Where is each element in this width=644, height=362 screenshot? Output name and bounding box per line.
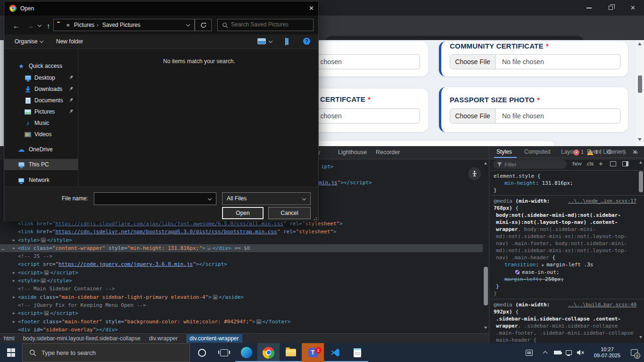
battery-icon[interactable] — [552, 343, 563, 362]
rendering-icon[interactable] — [610, 161, 616, 166]
file-type-select[interactable]: All Files — [222, 192, 311, 205]
sidebar-item-documents[interactable]: Documents — [4, 95, 78, 106]
styles-filter[interactable] — [493, 160, 567, 169]
file-name-field[interactable] — [94, 192, 216, 205]
volume-muted-icon[interactable] — [574, 343, 586, 362]
scroll-up-icon[interactable] — [638, 42, 642, 45]
breadcrumb-root-icon[interactable]: « — [66, 22, 70, 28]
sidebar-item-desktop[interactable]: Desktop — [4, 72, 78, 83]
scrollbar-thumb[interactable] — [639, 171, 643, 192]
tree-row[interactable]: <!-- jQuery Fix for Keeping Menu Open --… — [0, 301, 483, 309]
row-menu-icon[interactable]: … — [1, 244, 5, 252]
vscode-button[interactable] — [324, 343, 346, 362]
tab-computed[interactable]: Computed — [524, 148, 550, 155]
notification-center-button[interactable]: 2 — [627, 343, 641, 362]
sidebar-item-videos[interactable]: Videos — [4, 129, 78, 140]
address-dropdown-icon[interactable] — [186, 23, 190, 26]
scroll-down-icon[interactable] — [639, 336, 642, 338]
tab-lighthouse[interactable]: Lighthouse — [338, 149, 367, 156]
hov-toggle[interactable]: :hov — [571, 161, 582, 166]
new-folder-button[interactable]: New folder — [56, 38, 83, 45]
tab-recorder[interactable]: Recorder — [376, 149, 400, 156]
organise-button[interactable]: Organise — [15, 38, 38, 45]
tree-row[interactable]: <link href="https://cdn.jsdelivr.net/npm… — [0, 228, 483, 236]
window-close-icon[interactable]: ✕ — [630, 5, 636, 11]
forward-icon[interactable]: → — [27, 22, 34, 30]
panel-splitter[interactable] — [489, 146, 489, 343]
tree-row[interactable]: ▶<script>…</script> — [0, 269, 483, 277]
minimize-icon[interactable] — [586, 5, 592, 8]
file-name-dropdown-icon[interactable] — [208, 197, 212, 200]
breadcrumb-html[interactable]: html — [4, 335, 15, 342]
tree-row[interactable]: ▶<script>…</script> — [0, 309, 483, 317]
breadcrumb-saved-pictures[interactable]: Saved Pictures — [102, 22, 140, 28]
accessibility-person-icon[interactable] — [468, 167, 481, 180]
notepad-button[interactable] — [346, 343, 368, 362]
sidebar-item-quick-access[interactable]: ★ Quick access — [4, 60, 78, 72]
back-icon[interactable]: ← — [13, 22, 20, 30]
tree-row[interactable]: ▶<style>…</style> — [0, 236, 483, 244]
styles-filter-input[interactable] — [504, 162, 556, 167]
breadcrumb-body[interactable]: body.sidebar-mini.layout-fixed.sidebar-c… — [23, 335, 140, 342]
sidebar-layout-icon[interactable] — [622, 161, 628, 166]
sidebar-item-music[interactable]: ♪ Music — [4, 117, 78, 129]
dialog-titlebar[interactable]: Open ✕ — [4, 1, 318, 16]
community-file-input[interactable]: Choose File No file chosen — [450, 54, 620, 69]
cortana-button[interactable] — [191, 343, 213, 362]
clock[interactable]: 10:27 09-07-2025 — [588, 343, 626, 362]
media-768-rule[interactable]: ..\..\node_…ion.scss:17 @media (min-widt… — [490, 196, 644, 299]
resize-grip[interactable] — [312, 215, 317, 220]
media-992-rule[interactable]: ..\..\build…bar.scss:40 @media (min-widt… — [490, 299, 644, 343]
tree-row[interactable]: <div id="sidebar-overlay"></div> — [0, 326, 483, 333]
tree-row[interactable]: <!-- Main Sidebar Container --> — [0, 285, 483, 293]
breadcrumb-wrapper[interactable]: div.wrapper — [149, 335, 178, 342]
tray-expand-icon[interactable] — [540, 343, 550, 362]
elements-scrollbar[interactable] — [483, 159, 489, 333]
taskbar-search[interactable] — [22, 343, 190, 362]
tree-row-selected[interactable]: …▶<div class="content-wrapper" style="mi… — [0, 244, 483, 252]
passport-file-input[interactable]: Choose File No file chosen — [450, 108, 620, 123]
taskbar-search-input[interactable] — [41, 349, 159, 356]
refresh-button[interactable] — [195, 19, 212, 31]
scrollbar-thumb[interactable] — [484, 267, 488, 305]
tab-event-listeners[interactable]: Event Listeners — [587, 148, 626, 155]
address-breadcrumb-box[interactable]: « Pictures › Saved Pictures — [53, 19, 195, 31]
file-name-input[interactable] — [97, 195, 205, 201]
tab-layout[interactable]: Layout — [561, 148, 578, 155]
restore-icon[interactable] — [609, 5, 613, 10]
styles-scrollbar[interactable] — [638, 158, 644, 343]
tree-row[interactable]: <!-- JS --> — [0, 252, 483, 260]
views-dropdown-icon[interactable] — [269, 39, 272, 43]
choose-file-button[interactable]: Choose File — [450, 109, 495, 123]
choose-file-button[interactable]: Choose File — [450, 55, 495, 69]
open-button[interactable]: Open — [222, 207, 264, 219]
tree-row[interactable]: ▶<aside class="main-sidebar sidebar-ligh… — [0, 293, 483, 301]
page-scrollbar[interactable] — [636, 40, 644, 146]
breadcrumb-pictures[interactable]: Pictures — [74, 22, 94, 28]
teams-button[interactable]: T 2 — [302, 343, 324, 362]
cls-toggle[interactable]: .cls — [586, 161, 594, 166]
sidebar-item-this-pc[interactable]: This PC — [4, 159, 78, 170]
recent-locations-icon[interactable] — [38, 23, 41, 27]
scroll-up-icon[interactable] — [639, 161, 642, 164]
new-style-rule-icon[interactable]: + — [599, 159, 603, 167]
task-view-button[interactable] — [213, 343, 235, 362]
dialog-search-input[interactable] — [231, 21, 310, 28]
element-style-rule[interactable]: element.style { min-height: 131.816px; } — [490, 171, 644, 196]
sidebar-item-network[interactable]: Network — [4, 174, 78, 186]
breadcrumb-content-wrapper[interactable]: div.content-wrapper — [186, 334, 242, 343]
chrome-button-active[interactable] — [257, 343, 280, 362]
sidebar-item-downloads[interactable]: Downloads — [4, 83, 78, 95]
network-tray-icon[interactable] — [563, 343, 574, 362]
more-tabs-icon[interactable]: » — [635, 148, 638, 156]
scroll-down-icon[interactable] — [638, 138, 642, 141]
tab-styles[interactable]: Styles — [496, 148, 512, 155]
tree-row[interactable]: <script src="https://code.jquery.com/jqu… — [0, 260, 483, 268]
sidebar-item-onedrive[interactable]: ☁ OneDrive — [4, 144, 78, 155]
edge-button[interactable] — [235, 343, 257, 362]
news-widget-icon[interactable] — [522, 343, 536, 362]
dialog-close-icon[interactable]: ✕ — [309, 5, 314, 12]
file-explorer-button[interactable] — [280, 343, 302, 362]
scroll-down-icon[interactable] — [484, 327, 487, 329]
scrollbar-thumb[interactable] — [638, 75, 642, 93]
